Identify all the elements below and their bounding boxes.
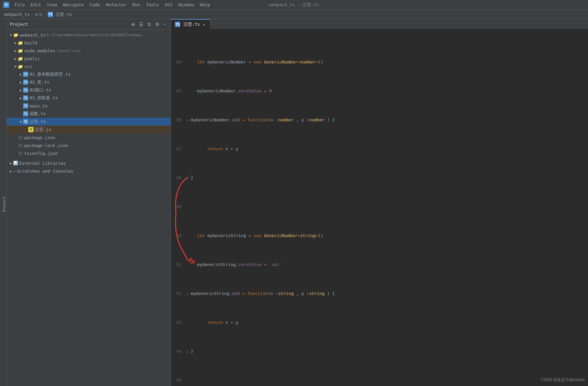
- tree-01-label: 01_基本数据类型.ts: [30, 71, 71, 77]
- line-num-95: 95: [174, 377, 187, 384]
- tree-node-modules-label: node_modules: [24, 48, 55, 53]
- func-icon: TS: [23, 111, 28, 116]
- breadcrumb-project[interactable]: webpack_ts: [4, 12, 30, 17]
- sidebar-settings-btn[interactable]: ⚙: [154, 21, 161, 28]
- line-code-85: myGenericNumber.zeroValue = 0: [187, 87, 588, 95]
- menu-window[interactable]: Window: [176, 2, 197, 8]
- tree-src-label: src: [24, 64, 32, 69]
- menu-vcs[interactable]: VCS: [162, 2, 175, 8]
- tree-tsconfig[interactable]: ▶ {} tsconfig.json: [7, 149, 171, 157]
- line-code-92: ⊟myGenericString.add = function(x :strin…: [187, 290, 588, 297]
- breadcrumb-file[interactable]: TS 泛型.ts: [48, 12, 72, 17]
- tab-icon: TS: [175, 22, 180, 27]
- sidebar-collapse-btn[interactable]: ☰: [138, 21, 145, 28]
- tab-fxt[interactable]: TS 泛型.ts ✕: [171, 19, 210, 29]
- code-line-85: 85 myGenericNumber.zeroValue = 0: [174, 87, 588, 95]
- tree-02jk[interactable]: ▶ TS 02接口.ts: [7, 86, 171, 94]
- code-line-84: 84 let myGenericNumber = new GenericNumb…: [174, 59, 588, 66]
- side-panel-label: Project: [2, 197, 6, 212]
- tree-02-label: 02_类.ts: [30, 79, 49, 85]
- breadcrumb-src[interactable]: src: [35, 12, 42, 17]
- breadcrumb-sep-1: ›: [31, 12, 34, 17]
- node-modules-icon: 📁: [18, 48, 23, 53]
- sidebar-toolbar: ⊕ ☰ ⇅ ⚙ −: [130, 21, 167, 28]
- breadcrumb-file-label: 泛型.ts: [56, 12, 72, 17]
- line-num-91: 91: [174, 261, 187, 268]
- menu-tools[interactable]: Tools: [143, 2, 161, 8]
- tab-label: 泛型.ts: [184, 21, 200, 27]
- root-label: webpack_ts: [20, 33, 45, 37]
- tree-main-label: main.ts: [30, 104, 48, 109]
- menu-bar[interactable]: File Edit View Navigate Code Refactor Ru…: [12, 2, 213, 8]
- tree-build[interactable]: ▶ 📁 build: [7, 39, 171, 47]
- pkglock-icon: {}: [18, 143, 23, 148]
- tree-node-modules[interactable]: ▶ 📁 node_modules library root: [7, 47, 171, 55]
- line-num-93: 93: [174, 319, 187, 326]
- tree-src[interactable]: ▼ 📁 src: [7, 62, 171, 70]
- tree-external[interactable]: ▶ 📊 External Libraries: [7, 159, 171, 167]
- tree-public[interactable]: ▶ 📁 public: [7, 55, 171, 62]
- code-view[interactable]: 84 let myGenericNumber = new GenericNumb…: [171, 30, 588, 386]
- tab-bar: TS 泛型.ts ✕: [171, 19, 588, 30]
- menu-edit[interactable]: Edit: [28, 2, 43, 8]
- menu-code[interactable]: Code: [87, 2, 103, 8]
- menu-view[interactable]: View: [44, 2, 60, 8]
- tree-pkgjson[interactable]: ▶ {} package.json: [7, 133, 171, 141]
- sidebar-expand-btn[interactable]: ⇅: [146, 21, 153, 28]
- tree-func[interactable]: ▶ TS 函数.ts: [7, 110, 171, 118]
- line-num-94: 94: [174, 348, 187, 355]
- sidebar-close-btn[interactable]: −: [162, 21, 167, 28]
- fxt-icon: TS: [23, 119, 28, 124]
- side-panel-tab[interactable]: Project: [0, 19, 7, 386]
- build-icon: 📁: [18, 40, 23, 45]
- tree-scratches-label: Scratches and Consoles: [17, 169, 73, 174]
- editor-area: TS 泛型.ts ✕ 84 let myGenericNumber = new …: [171, 19, 588, 386]
- tree-02[interactable]: ▶ TS 02_类.ts: [7, 78, 171, 86]
- line-code-94: ⊟}: [187, 348, 588, 355]
- tab-close-btn[interactable]: ✕: [202, 22, 206, 27]
- tree-pkglock[interactable]: ▶ {} package-lock.json: [7, 141, 171, 149]
- breadcrumb-bar: webpack_ts › src › TS 泛型.ts: [0, 10, 588, 19]
- code-line-94: 94 ⊟}: [174, 348, 588, 355]
- sidebar: Project ⊕ ☰ ⇅ ⚙ − ▼ 📁 webpack_ts D:\Prog…: [7, 19, 171, 386]
- tree-fxt[interactable]: ▼ TS 泛型.ts: [7, 118, 171, 126]
- tree-func-label: 函数.ts: [30, 111, 46, 117]
- line-num-90: 90: [174, 232, 187, 239]
- sidebar-header: Project ⊕ ☰ ⇅ ⚙ −: [7, 19, 171, 30]
- tree-external-label: External Libraries: [19, 161, 66, 166]
- main-layout: Project Project ⊕ ☰ ⇅ ⚙ − ▼ 📁 webpack_ts…: [0, 19, 588, 386]
- menu-run[interactable]: Run: [130, 2, 143, 8]
- tree-scratches[interactable]: ▶ ✏ Scratches and Consoles: [7, 167, 171, 175]
- tree-fxjs[interactable]: ▶ JS 泛型.js: [7, 126, 171, 133]
- tree-03[interactable]: ▶ TS 03_存取器.ts: [7, 94, 171, 102]
- main-icon: TS: [23, 103, 28, 109]
- public-icon: 📁: [18, 56, 23, 61]
- 02jk-icon: TS: [23, 87, 28, 93]
- build-chevron: ▶: [13, 40, 18, 45]
- line-code-90: let myGenericString = new GenericNumber<…: [187, 232, 588, 239]
- window-title: webpack_ts - 泛型.ts: [269, 2, 319, 8]
- code-line-87: 87 return x + y: [174, 145, 588, 153]
- line-code-86: ⊟myGenericNumber.add = function(x :numbe…: [187, 116, 588, 124]
- tree-main[interactable]: ▶ TS main.ts: [7, 102, 171, 110]
- line-num-92: 92: [174, 290, 187, 297]
- sidebar-scope-btn[interactable]: ⊕: [130, 21, 136, 28]
- line-num-88: 88: [174, 174, 187, 181]
- tree-01[interactable]: ▶ TS 01_基本数据类型.ts: [7, 70, 171, 78]
- code-content: 84 let myGenericNumber = new GenericNumb…: [171, 30, 588, 386]
- menu-refactor[interactable]: Refactor: [103, 2, 129, 8]
- 02-icon: TS: [23, 80, 28, 85]
- src-icon: 📁: [18, 64, 23, 69]
- tree-fxt-label: 泛型.ts: [30, 119, 46, 125]
- code-line-92: 92 ⊟myGenericString.add = function(x :st…: [174, 290, 588, 297]
- app-icon: W: [3, 2, 9, 8]
- menu-navigate[interactable]: Navigate: [61, 2, 86, 8]
- tree-root[interactable]: ▼ 📁 webpack_ts D:\ProgramWorkSpace\WebSt…: [7, 31, 171, 39]
- menu-help[interactable]: Help: [197, 2, 213, 8]
- line-num-84: 84: [174, 59, 187, 66]
- line-num-87: 87: [174, 145, 187, 153]
- code-line-89: 89: [174, 203, 588, 210]
- tree-build-label: build: [24, 40, 37, 45]
- menu-file[interactable]: File: [12, 2, 27, 8]
- line-num-85: 85: [174, 87, 187, 95]
